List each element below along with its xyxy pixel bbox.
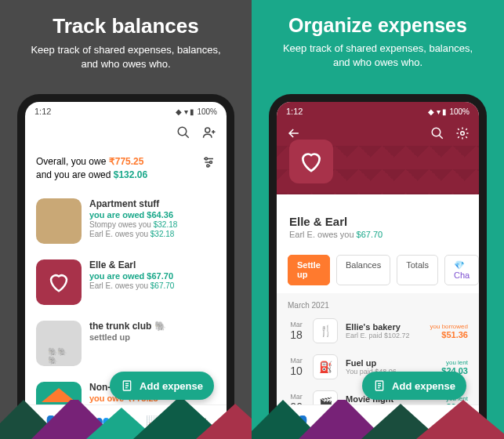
status-icons: ◆ ▾ ▮ 100% xyxy=(428,107,470,116)
tab-balances[interactable]: Balances xyxy=(336,255,390,285)
subheadline: Keep track of shared expenses, balances,… xyxy=(252,37,504,70)
group-item[interactable]: Elle & Earl you are owed $67.70 Earl E. … xyxy=(36,252,216,313)
tab-charts[interactable]: 💎 Cha xyxy=(444,255,479,285)
tab-row: Settle up Balances Totals 💎 Cha xyxy=(277,247,479,293)
svg-point-0 xyxy=(178,127,187,136)
status-time: 1:12 xyxy=(34,107,51,116)
nav-activity-icon[interactable]: 📈 xyxy=(398,415,414,430)
add-expense-fab[interactable]: Add expense xyxy=(110,372,214,400)
svg-point-1 xyxy=(205,128,210,132)
search-icon[interactable] xyxy=(430,126,444,140)
overall-owed-amount: $132.06 xyxy=(114,169,147,180)
tab-settle-up[interactable]: Settle up xyxy=(288,255,330,285)
group-detail-amount: $67.70 xyxy=(357,230,383,239)
nav-activity-icon[interactable]: 📈 xyxy=(146,415,161,430)
headline: Track balances xyxy=(0,0,252,38)
category-icon: 🍴 xyxy=(313,318,338,343)
back-icon[interactable] xyxy=(286,125,302,141)
filter-icon[interactable] xyxy=(201,155,216,169)
group-item[interactable]: 🐘🐘🐘 the trunk club 🐘 settled up xyxy=(36,313,216,374)
group-item[interactable]: Apartment stuff you are owed $64.36 Stom… xyxy=(36,190,216,252)
add-expense-fab[interactable]: Add expense xyxy=(362,372,466,400)
phone-mock-left: 1:12 ◆ ▾ ▮ 100% Overall, you owe ₹775.25… xyxy=(17,94,234,439)
receipt-icon xyxy=(373,379,386,392)
overall-summary: Overall, you owe ₹775.25 and you are owe… xyxy=(25,144,227,190)
category-icon: ⛽ xyxy=(313,354,338,379)
search-icon[interactable] xyxy=(176,125,190,140)
group-thumbnail xyxy=(36,198,82,244)
month-header: March 2021 xyxy=(277,293,479,313)
nav-account-icon[interactable]: ⚙ xyxy=(198,415,208,430)
group-detail-header: Elle & Earl Earl E. owes you $67.70 xyxy=(277,194,479,247)
panel-track-balances: Track balances Keep track of shared expe… xyxy=(0,0,252,439)
transaction-item[interactable]: Mar18 🍴 Ellie's bakeryEarl E. paid $102.… xyxy=(277,313,479,349)
svg-point-6 xyxy=(432,128,441,136)
svg-point-7 xyxy=(461,132,465,136)
toolbar xyxy=(25,121,227,144)
subheadline: Keep track of shared expenses, balances,… xyxy=(0,38,252,71)
status-bar: 1:12 ◆ ▾ ▮ 100% xyxy=(25,102,227,121)
panel-organize-expenses: Organize expenses Keep track of shared e… xyxy=(252,0,504,439)
overall-owe-amount: ₹775.25 xyxy=(109,156,144,167)
nav-friends-icon[interactable]: 👤 xyxy=(295,415,310,430)
group-avatar xyxy=(289,140,333,183)
group-status: you are owed $64.36 xyxy=(89,210,216,220)
bottom-nav: 👤 👥 📈 ⚙ xyxy=(25,405,227,439)
group-detail: Stompy owes you $32.18 xyxy=(89,220,216,229)
add-group-icon[interactable] xyxy=(201,125,217,140)
group-hero xyxy=(277,146,479,194)
svg-point-3 xyxy=(210,161,212,164)
group-thumbnail xyxy=(36,259,82,305)
status-time: 1:12 xyxy=(286,107,303,116)
group-thumbnail: 🐘🐘🐘 xyxy=(36,321,82,366)
phone-mock-right: 1:12 ◆ ▾ ▮ 100% Elle & Earl Earl E. owes… xyxy=(269,94,487,439)
group-title: Apartment stuff xyxy=(89,198,216,209)
receipt-icon xyxy=(121,379,133,392)
status-icons: ◆ ▾ ▮ 100% xyxy=(176,107,217,116)
status-bar: 1:12 ◆ ▾ ▮ 100% xyxy=(277,102,479,121)
svg-point-4 xyxy=(207,165,209,167)
tab-totals[interactable]: Totals xyxy=(397,255,438,285)
settings-icon[interactable] xyxy=(455,126,470,140)
svg-point-2 xyxy=(205,158,208,160)
nav-groups-icon[interactable]: 👥 xyxy=(95,415,111,430)
nav-friends-icon[interactable]: 👤 xyxy=(43,415,59,430)
nav-groups-icon[interactable]: 👥 xyxy=(346,415,362,430)
nav-account-icon[interactable]: ⚙ xyxy=(450,415,461,430)
bottom-nav: 👤 👥 📈 ⚙ xyxy=(277,405,479,439)
headline: Organize expenses xyxy=(252,0,504,37)
group-detail-title: Elle & Earl xyxy=(289,215,466,228)
